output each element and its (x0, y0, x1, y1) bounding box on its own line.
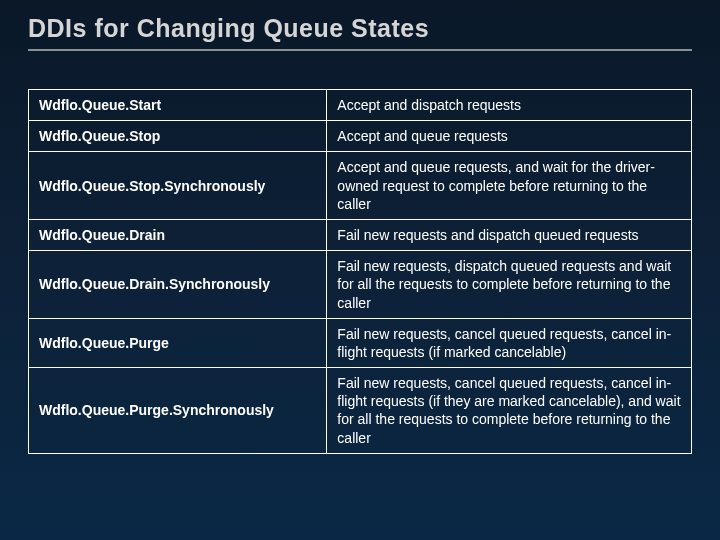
table-row: Wdflo.Queue.Purge.Synchronously Fail new… (29, 368, 692, 454)
ddi-desc-cell: Fail new requests, cancel queued request… (327, 368, 692, 454)
table-row: Wdflo.Queue.Stop Accept and queue reques… (29, 121, 692, 152)
ddi-desc-cell: Fail new requests, cancel queued request… (327, 318, 692, 367)
page-title: DDIs for Changing Queue States (28, 14, 692, 51)
ddi-desc-cell: Accept and dispatch requests (327, 90, 692, 121)
ddi-func-cell: Wdflo.Queue.Start (29, 90, 327, 121)
ddi-func-cell: Wdflo.Queue.Drain (29, 219, 327, 250)
ddi-func-cell: Wdflo.Queue.Stop (29, 121, 327, 152)
slide: DDIs for Changing Queue States Wdflo.Que… (0, 0, 720, 540)
ddi-func-cell: Wdflo.Queue.Drain.Synchronously (29, 251, 327, 319)
table-row: Wdflo.Queue.Drain Fail new requests and … (29, 219, 692, 250)
ddi-desc-cell: Fail new requests and dispatch queued re… (327, 219, 692, 250)
ddi-desc-cell: Fail new requests, dispatch queued reque… (327, 251, 692, 319)
ddi-desc-cell: Accept and queue requests, and wait for … (327, 152, 692, 220)
ddi-func-cell: Wdflo.Queue.Purge (29, 318, 327, 367)
ddi-desc-cell: Accept and queue requests (327, 121, 692, 152)
table-row: Wdflo.Queue.Purge Fail new requests, can… (29, 318, 692, 367)
ddi-table: Wdflo.Queue.Start Accept and dispatch re… (28, 89, 692, 454)
ddi-func-cell: Wdflo.Queue.Stop.Synchronously (29, 152, 327, 220)
table-row: Wdflo.Queue.Stop.Synchronously Accept an… (29, 152, 692, 220)
ddi-func-cell: Wdflo.Queue.Purge.Synchronously (29, 368, 327, 454)
table-row: Wdflo.Queue.Start Accept and dispatch re… (29, 90, 692, 121)
table-row: Wdflo.Queue.Drain.Synchronously Fail new… (29, 251, 692, 319)
